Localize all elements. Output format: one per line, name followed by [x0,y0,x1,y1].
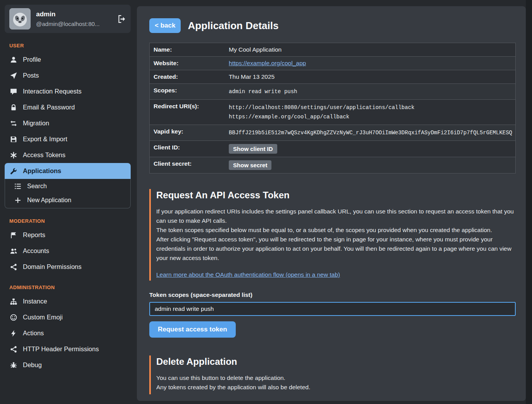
sidebar-item-actions[interactable]: Actions [5,325,131,341]
sidebar-item-http-header-permissions[interactable]: HTTP Header Permissions [5,341,131,357]
table-row-website: Website: https://example.org/cool_app [150,57,516,70]
row-value: My Cool Application [226,43,515,57]
page-header: < back Application Details [149,18,516,33]
sidebar-item-label: Accounts [23,247,49,255]
sidebar-item-new-application[interactable]: New Application [5,193,130,207]
logout-icon[interactable] [117,15,126,23]
share-nodes-icon [10,264,17,270]
row-value: Thu Mar 13 2025 [226,70,515,84]
sidebar-item-migration[interactable]: Migration [5,115,131,131]
table-row-client-secret: Client secret: Show secret [150,157,516,173]
sidebar-item-custom-emoji[interactable]: Custom Emoji [5,309,131,325]
applications-submenu: Search New Application [5,179,131,208]
sloth-avatar-image [9,8,31,29]
user-name: admin [36,10,100,18]
sidebar-item-label: Export & Import [23,135,67,143]
row-label: Website: [150,57,226,70]
row-label: Redirect URI(s): [150,100,226,125]
bug-icon [10,362,17,369]
row-label: Vapid key: [150,125,226,141]
list-icon [14,183,21,190]
row-value: admin read write push [226,84,515,100]
user-card[interactable]: admin @admin@localhost:80... [5,5,131,33]
delete-application-section: Delete Application You can use this butt… [149,355,516,394]
sidebar-item-accounts[interactable]: Accounts [5,243,131,259]
row-value: Show client ID [226,141,515,157]
sidebar: admin @admin@localhost:80... USER Profil… [0,0,134,404]
row-value: http://localhost:8080/settings/user/appl… [226,100,515,125]
token-scopes-input[interactable] [149,302,516,316]
row-label: Scopes: [150,84,226,100]
sidebar-item-debug[interactable]: Debug [5,357,131,373]
content-panel: < back Application Details Name: My Cool… [137,6,526,401]
sidebar-item-applications-search[interactable]: Search [5,179,130,193]
exchange-arrows-icon [10,120,17,127]
sidebar-item-label: Actions [23,329,44,337]
paper-plane-icon [10,72,17,79]
row-label: Client secret: [150,157,226,173]
delete-line-2: Any tokens created by the application wi… [156,383,516,392]
sidebar-item-reports[interactable]: Reports [5,227,131,243]
token-scopes-label: Token scopes (space-separated list) [149,291,516,298]
sidebar-item-label: Instance [23,298,47,305]
sidebar-item-label: Email & Password [23,104,75,111]
request-token-paragraph-3: After clicking "Request access token", y… [156,235,516,263]
sidebar-item-profile[interactable]: Profile [5,52,131,68]
sidebar-item-access-tokens[interactable]: Access Tokens [5,147,131,163]
table-row-vapid-key: Vapid key: BBJffJ219b5iE512m7wQSzv4KgKDh… [150,125,516,141]
user-icon [10,56,17,63]
sidebar-item-label: Domain Permissions [23,263,81,270]
table-row-name: Name: My Cool Application [150,43,516,57]
back-button[interactable]: < back [149,18,181,33]
row-label: Name: [150,43,226,57]
sidebar-item-domain-permissions[interactable]: Domain Permissions [5,259,131,275]
row-label: Created: [150,70,226,84]
sidebar-item-label: Search [27,183,47,190]
row-value: Show secret [226,157,515,173]
redirect-uri-1: http://localhost:8080/settings/user/appl… [229,103,512,112]
row-value: BBJffJ219b5iE512m7wQSzv4KgKDhgZZVzNyWC_r… [226,125,515,141]
main-area: < back Application Details Name: My Cool… [134,0,532,404]
oauth-link-row: Learn more about the OAuth authenticatio… [156,271,516,278]
share-nodes-icon [10,346,17,353]
sidebar-item-label: Reports [23,231,45,239]
sidebar-item-instance[interactable]: Instance [5,293,131,309]
sidebar-item-interaction-requests[interactable]: Interaction Requests [5,83,131,99]
request-token-paragraph-2: The token scopes specified below must be… [156,225,516,235]
asterisk-icon [10,152,17,159]
sidebar-item-label: Profile [23,56,41,63]
redirect-uri-2: https://example.org/cool_app/callback [229,112,512,121]
show-client-id-button[interactable]: Show client ID [229,144,277,154]
website-link[interactable]: https://example.org/cool_app [229,60,306,66]
bolt-icon [10,330,17,337]
scrollbar-track[interactable] [526,0,532,404]
nav-section-moderation: MODERATION [9,218,131,224]
row-label: Client ID: [150,141,226,157]
floppy-disk-icon [10,136,17,143]
sidebar-item-label: Posts [23,72,39,79]
request-token-paragraph-1: If your application redirect URIs includ… [156,207,516,225]
table-row-redirect-uris: Redirect URI(s): http://localhost:8080/s… [150,100,516,125]
sidebar-item-label: Interaction Requests [23,88,81,95]
row-value: https://example.org/cool_app [226,57,515,70]
nav-section-administration: ADMINISTRATION [9,284,131,290]
nav-section-user: USER [9,43,131,49]
sidebar-item-label: Access Tokens [23,151,66,159]
sidebar-item-posts[interactable]: Posts [5,68,131,83]
sidebar-item-label: Debug [23,361,42,369]
sidebar-item-email-password[interactable]: Email & Password [5,99,131,115]
delete-line-1: You can use this button to delete the ap… [156,373,516,383]
sidebar-item-label: Migration [23,120,49,127]
delete-application-heading: Delete Application [156,356,516,367]
sidebar-item-label: New Application [27,197,71,204]
oauth-docs-link[interactable]: Learn more about the OAuth authenticatio… [156,271,340,278]
user-handle: @admin@localhost:80... [36,21,100,27]
table-row-created: Created: Thu Mar 13 2025 [150,70,516,84]
sidebar-item-applications[interactable]: Applications [5,163,131,179]
user-meta: admin @admin@localhost:80... [36,10,100,27]
request-access-token-button[interactable]: Request access token [149,321,236,338]
sidebar-item-export-import[interactable]: Export & Import [5,131,131,147]
sidebar-item-label: Custom Emoji [23,314,63,321]
show-secret-button[interactable]: Show secret [229,160,271,170]
request-token-heading: Request An API Access Token [156,190,516,201]
